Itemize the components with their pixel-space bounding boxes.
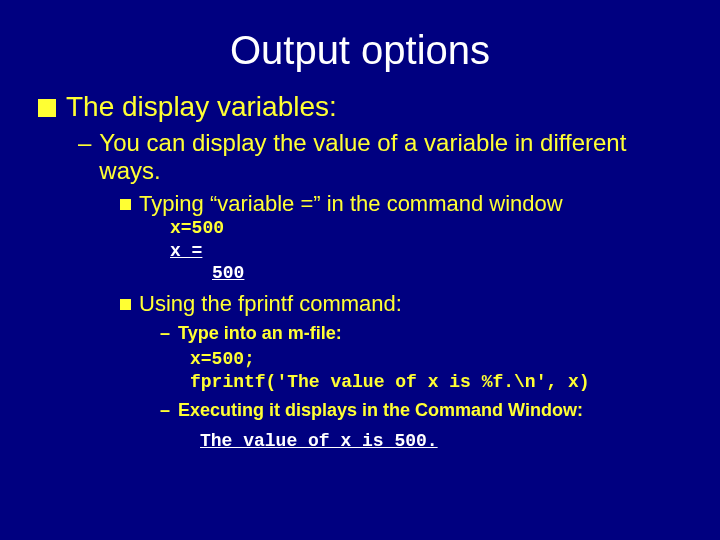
bullet-level4-b: – Executing it displays in the Command W… (160, 400, 690, 421)
square-bullet-icon (38, 99, 56, 117)
code1-line1: x=500 (170, 217, 720, 240)
dash-icon: – (160, 400, 170, 421)
code3-line1: The value of x is 500. (200, 431, 438, 451)
code1-line2: x = (170, 240, 720, 263)
square-small-icon (120, 299, 131, 310)
bullet-level3-b: Using the fprintf command: (120, 291, 690, 317)
level3b-text: Using the fprintf command: (139, 291, 402, 317)
dash-icon: – (78, 129, 91, 157)
bullet-level2: – You can display the value of a variabl… (78, 129, 680, 185)
slide: Output options The display variables: – … (0, 0, 720, 540)
dash-icon: – (160, 323, 170, 344)
bullet-level4-a: – Type into an m-file: (160, 323, 690, 344)
code-block-2: x=500; fprintf('The value of x is %f.\n'… (190, 348, 720, 395)
code1-line3: 500 (212, 262, 720, 285)
code-block-3: The value of x is 500. (200, 431, 720, 451)
slide-title: Output options (0, 0, 720, 83)
code2-line2: fprintf('The value of x is %f.\n', x) (190, 371, 720, 394)
level2-text: You can display the value of a variable … (99, 129, 680, 185)
level3a-text: Typing “variable =” in the command windo… (139, 191, 563, 217)
code2-line1: x=500; (190, 348, 720, 371)
bullet-level3-a: Typing “variable =” in the command windo… (120, 191, 690, 217)
level4a-text: Type into an m-file: (178, 323, 342, 344)
level4b-text: Executing it displays in the Command Win… (178, 400, 583, 421)
code-block-1: x=500 x = 500 (170, 217, 720, 285)
level1-text: The display variables: (66, 91, 337, 123)
square-small-icon (120, 199, 131, 210)
bullet-level1: The display variables: (38, 91, 720, 123)
